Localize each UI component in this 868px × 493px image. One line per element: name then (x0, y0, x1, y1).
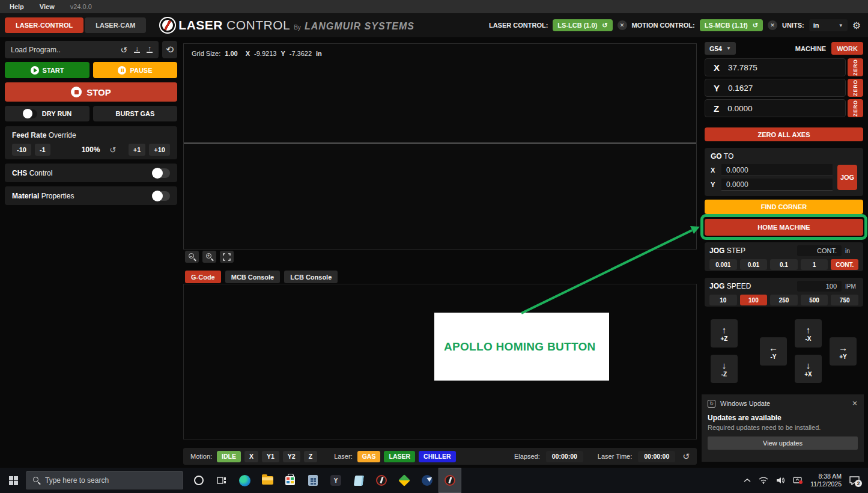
jog-speed-100-button[interactable]: 100 (740, 295, 768, 305)
close-icon[interactable]: ✕ (852, 399, 858, 408)
wifi-icon[interactable] (759, 477, 768, 484)
zoom-out-button[interactable]: – (185, 251, 199, 263)
view-updates-button[interactable]: View updates (708, 436, 858, 450)
goto-jog-button[interactable]: JOG (837, 165, 857, 190)
taskbar-clock[interactable]: 8:38 AM 11/12/2025 (810, 473, 842, 488)
jog-minus-x-button[interactable]: ↑ -X (795, 319, 822, 348)
taskbar-search[interactable] (26, 471, 183, 489)
jog-minus-y-button[interactable]: ← -Y (760, 337, 787, 366)
settings-gear-icon[interactable]: ⚙ (852, 20, 861, 31)
wcs-dropdown[interactable]: G54▼ (705, 42, 736, 55)
program-history-button[interactable]: ⟲ (162, 41, 177, 58)
dro-row-y: Y0.1627 ZERO (705, 79, 863, 97)
fit-view-button[interactable] (220, 251, 234, 263)
show-hidden-icons-chevron[interactable] (744, 478, 751, 483)
jog-plus-y-button[interactable]: → +Y (830, 337, 857, 366)
notification-count-badge: 2 (855, 480, 862, 487)
jog-speed-10-button[interactable]: 10 (709, 295, 737, 305)
find-corner-button[interactable]: FIND CORNER (705, 200, 863, 214)
jog-plus-x-button[interactable]: ↓ +X (795, 355, 822, 383)
notes-app-button[interactable] (347, 468, 370, 493)
globe-app-button[interactable] (416, 468, 439, 493)
jog-step-1-button[interactable]: 1 (801, 259, 828, 270)
upload-icon[interactable]: ↑ (147, 46, 153, 53)
laser-control-taskbar-button[interactable] (439, 468, 461, 493)
task-view-button[interactable] (210, 468, 233, 493)
tab-gcode[interactable]: G-Code (185, 271, 221, 283)
jog-step-0.01-button[interactable]: 0.01 (740, 259, 768, 270)
goto-y-input[interactable] (721, 179, 833, 191)
material-properties-card: Material Properties (5, 186, 177, 205)
goto-x-input[interactable] (721, 164, 833, 176)
langmuir-app-button[interactable] (370, 468, 393, 493)
tab-lcb-console[interactable]: LCB Console (284, 271, 338, 283)
feed-minus-1-button[interactable]: -1 (35, 144, 50, 156)
machine-visualizer-canvas[interactable]: Grid Size: 1.00 X -9.9213 Y -7.3622 in (183, 43, 697, 250)
laser-control-disconnect-icon[interactable]: ✕ (618, 20, 627, 30)
microsoft-store-button[interactable] (279, 468, 302, 493)
tab-laser-control[interactable]: LASER-CONTROL (5, 17, 83, 33)
reload-program-icon[interactable]: ↺ (120, 45, 127, 55)
units-dropdown[interactable]: in▼ (809, 19, 848, 31)
menu-help[interactable]: Help (10, 3, 24, 10)
speaker-icon[interactable] (776, 477, 785, 484)
notes-app-icon (353, 476, 363, 486)
search-input[interactable] (45, 476, 165, 485)
pause-button[interactable]: PAUSE (93, 62, 177, 78)
jog-speed-750-button[interactable]: 750 (831, 295, 858, 305)
zero-z-button[interactable]: ZERO (848, 99, 863, 117)
refresh-icon[interactable]: ↺ (753, 22, 758, 29)
chs-control-toggle[interactable] (152, 168, 170, 178)
goto-y-label: Y (711, 181, 717, 188)
zero-y-button[interactable]: ZERO (848, 79, 863, 97)
zero-all-axes-button[interactable]: ZERO ALL AXES (705, 127, 863, 141)
load-program-field[interactable]: Load Program.. ↺ ↓ ↑ (5, 41, 159, 58)
file-explorer-button[interactable] (256, 468, 279, 493)
tab-laser-cam[interactable]: LASER-CAM (85, 17, 146, 33)
material-properties-toggle[interactable] (152, 191, 170, 201)
jog-step-cont-button[interactable]: CONT. (831, 259, 858, 270)
stop-button[interactable]: STOP (5, 82, 177, 102)
start-button[interactable]: START (5, 62, 90, 78)
zero-x-button[interactable]: ZERO (848, 58, 863, 76)
jog-step-0.1-button[interactable]: 0.1 (770, 259, 798, 270)
stop-icon (71, 87, 82, 97)
edge-button[interactable] (233, 468, 256, 493)
feed-plus-1-button[interactable]: +1 (129, 144, 146, 156)
jog-plus-z-button[interactable]: ↑ +Z (711, 319, 738, 348)
chiller-badge[interactable]: CHILLER (419, 451, 456, 462)
feed-minus-10-button[interactable]: -10 (12, 144, 31, 156)
menu-view[interactable]: View (40, 3, 55, 10)
laser-control-status-badge[interactable]: LS-LCB (1.0)↺ (553, 19, 612, 31)
motion-control-status-badge[interactable]: LS-MCB (1.1f)↺ (700, 19, 763, 31)
logo-by: By (294, 24, 301, 31)
home-machine-button[interactable]: HOME MACHINE (705, 219, 863, 236)
cortana-button[interactable] (187, 468, 210, 493)
tab-work-coords[interactable]: WORK (831, 42, 863, 55)
laser-badge[interactable]: LASER (384, 451, 415, 462)
refresh-icon[interactable]: ↺ (602, 22, 607, 29)
calculator-button[interactable] (302, 468, 324, 493)
tab-mcb-console[interactable]: MCB Console (225, 271, 281, 283)
security-app-button[interactable]: Y (324, 468, 347, 493)
jog-speed-500-button[interactable]: 500 (801, 295, 828, 305)
tab-machine-coords[interactable]: MACHINE (790, 42, 831, 55)
reset-timers-icon[interactable]: ↺ (682, 452, 690, 461)
start-menu-button[interactable] (0, 468, 26, 493)
jog-minus-z-button[interactable]: ↓ -Z (711, 355, 738, 383)
dry-run-toggle[interactable]: DRY RUN (5, 106, 90, 121)
zoom-in-button[interactable]: + (202, 251, 216, 263)
jog-step-0.001-button[interactable]: 0.001 (709, 259, 737, 270)
update-pending-tray-icon[interactable] (793, 477, 803, 485)
feed-plus-10-button[interactable]: +10 (149, 144, 170, 156)
motion-control-disconnect-icon[interactable]: ✕ (768, 20, 777, 30)
viewer-app-button[interactable] (393, 468, 416, 493)
download-icon[interactable]: ↓ (134, 46, 140, 53)
task-view-icon (217, 476, 226, 485)
jog-speed-250-button[interactable]: 250 (770, 295, 798, 305)
feed-reset-icon[interactable]: ↺ (109, 145, 116, 155)
action-center-button[interactable]: 2 (849, 476, 860, 485)
gas-badge[interactable]: GAS (357, 451, 381, 462)
burst-gas-button[interactable]: BURST GAS (93, 106, 177, 121)
viewer-app-icon (398, 474, 410, 486)
